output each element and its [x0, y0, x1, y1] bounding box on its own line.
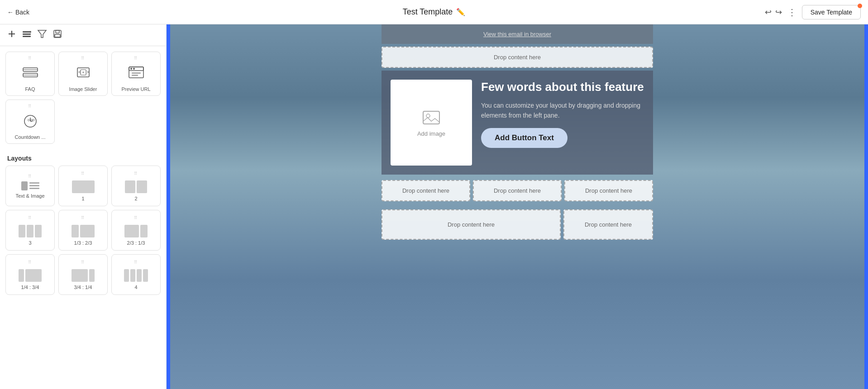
drop-zone-col1[interactable]: Drop content here — [382, 180, 470, 201]
template-title: Test Template — [403, 7, 453, 17]
layout-2col[interactable]: ⠿ 2 — [111, 166, 161, 206]
component-preview-url[interactable]: ⠿ Preview URL — [111, 52, 161, 96]
feature-heading: Few words about this feature — [481, 80, 644, 95]
layout-2-3-1-3[interactable]: ⠿ 2/3 : 1/3 — [111, 210, 161, 251]
drop-zone-2col-2[interactable]: Drop content here — [563, 209, 653, 240]
add-element-button[interactable] — [7, 29, 16, 41]
layout-text-image[interactable]: ⠿ Text & Image — [5, 166, 55, 206]
layouts-section-title: Layouts — [0, 149, 166, 166]
back-arrow-icon: ← — [7, 9, 14, 16]
drag-handle: ⠿ — [81, 171, 85, 176]
image-slider-icon: < > — [75, 64, 91, 84]
component-countdown[interactable]: ⠿ 0:00 Countdown ... — [5, 100, 55, 144]
feature-text: Few words about this feature You can cus… — [481, 80, 644, 148]
drag-handle: ⠿ — [28, 260, 32, 265]
canvas-inner: View this email in browser Drop content … — [167, 24, 868, 389]
drag-handle: ⠿ — [134, 260, 138, 265]
browser-link-bar: View this email in browser — [382, 24, 653, 44]
component-image-slider[interactable]: ⠿ < > Image Slider — [58, 52, 108, 96]
layout-1-4-3-4[interactable]: ⠿ 1/4 : 3/4 — [5, 254, 55, 295]
three-col-drop-zones: Drop content here Drop content here Drop… — [382, 177, 653, 204]
topbar-left: ← Back — [7, 9, 29, 16]
layers-button[interactable] — [22, 29, 32, 41]
undo-button[interactable]: ↩ — [765, 7, 772, 17]
svg-rect-4 — [23, 36, 31, 37]
component-faq[interactable]: ⠿ FAQ — [5, 52, 55, 96]
layout-1-3-2-3-label: 1/3 : 2/3 — [74, 240, 92, 246]
image-slider-label: Image Slider — [69, 86, 97, 92]
svg-rect-9 — [55, 34, 60, 37]
svg-point-21 — [130, 68, 132, 70]
topbar-right: ↩ ↪ ⋮ Save Template — [765, 5, 861, 19]
layout-4col[interactable]: ⠿ 4 — [111, 254, 161, 295]
feature-desc: You can customize your layout by draggin… — [481, 100, 644, 121]
svg-text:>: > — [86, 70, 89, 75]
preview-url-icon — [128, 64, 144, 84]
layout-1-4-3-4-label: 1/4 : 3/4 — [21, 285, 39, 290]
second-toolbar — [0, 24, 166, 46]
save-icon — [52, 29, 62, 39]
topbar: ← Back Test Template ✏️ ↩ ↪ ⋮ Save Templ… — [0, 0, 868, 24]
layout-1col-label: 1 — [81, 196, 84, 201]
drop-zone-col2[interactable]: Drop content here — [473, 180, 562, 201]
svg-point-18 — [82, 71, 84, 73]
drop-zone-top[interactable]: Drop content here — [382, 47, 653, 68]
layout-2-3-1-3-label: 2/3 : 1/3 — [127, 240, 145, 246]
preview-url-label: Preview URL — [121, 86, 150, 92]
svg-rect-3 — [23, 33, 31, 35]
layout-3-4-1-4-preview — [62, 269, 104, 282]
edit-icon[interactable]: ✏️ — [456, 8, 465, 16]
filter-icon — [37, 29, 47, 39]
layout-2-3-1-3-preview — [115, 225, 157, 237]
main-layout: ⠿ FAQ ⠿ < > — [0, 24, 868, 389]
redo-button[interactable]: ↪ — [775, 7, 782, 17]
feature-block: Add image Few words about this feature Y… — [382, 71, 653, 175]
filter-button[interactable] — [37, 29, 47, 41]
drag-handle: ⠿ — [134, 171, 138, 176]
components-grid: ⠿ FAQ ⠿ < > — [0, 46, 166, 149]
drag-handle: ⠿ — [81, 56, 85, 61]
layers-icon — [22, 29, 32, 39]
layout-3-4-1-4-label: 3/4 : 1/4 — [74, 285, 92, 290]
feature-image-box[interactable]: Add image — [391, 80, 472, 166]
drag-handle: ⠿ — [28, 104, 32, 109]
svg-marker-6 — [38, 30, 46, 38]
svg-text:0:00: 0:00 — [28, 118, 35, 122]
svg-rect-29 — [423, 111, 439, 124]
layout-1-4-3-4-preview — [10, 269, 51, 282]
layout-2col-preview — [115, 180, 157, 193]
left-panel: ⠿ FAQ ⠿ < > — [0, 24, 167, 389]
topbar-center: Test Template ✏️ — [403, 7, 466, 17]
email-container: View this email in browser Drop content … — [382, 24, 653, 389]
layout-3-4-1-4[interactable]: ⠿ 3/4 : 1/4 — [58, 254, 108, 295]
layout-3col-preview — [10, 225, 51, 237]
svg-rect-8 — [56, 30, 59, 33]
layout-2col-label: 2 — [134, 196, 137, 201]
countdown-label: Countdown ... — [15, 134, 46, 140]
svg-point-5 — [29, 31, 31, 33]
layout-1-3-2-3[interactable]: ⠿ 1/3 : 2/3 — [58, 210, 108, 251]
more-options-button[interactable]: ⋮ — [787, 7, 796, 18]
text-image-preview — [21, 181, 39, 190]
add-image-icon — [422, 109, 440, 127]
browser-link[interactable]: View this email in browser — [483, 31, 551, 38]
drop-zone-col3[interactable]: Drop content here — [564, 180, 653, 201]
back-label: Back — [15, 9, 29, 16]
save-draft-button[interactable] — [52, 29, 62, 41]
layout-3col[interactable]: ⠿ 3 — [5, 210, 55, 251]
right-border — [864, 24, 868, 389]
left-border — [167, 24, 170, 389]
add-button-text[interactable]: Add Button Text — [481, 128, 568, 148]
drag-handle: ⠿ — [81, 215, 85, 220]
save-template-button[interactable]: Save Template — [802, 5, 861, 19]
layout-1col[interactable]: ⠿ 1 — [58, 166, 108, 206]
layouts-grid: ⠿ Text & Image ⠿ 1 — [0, 166, 166, 300]
two-col-drop-zones: Drop content here Drop content here — [382, 207, 653, 242]
layout-text-image-label: Text & Image — [15, 193, 44, 199]
layout-1col-preview — [62, 180, 104, 193]
drag-handle: ⠿ — [28, 56, 32, 61]
drop-zone-2col-1[interactable]: Drop content here — [382, 209, 561, 240]
drag-handle: ⠿ — [134, 56, 138, 61]
back-button[interactable]: ← Back — [7, 9, 29, 16]
canvas-area: View this email in browser Drop content … — [167, 24, 868, 389]
